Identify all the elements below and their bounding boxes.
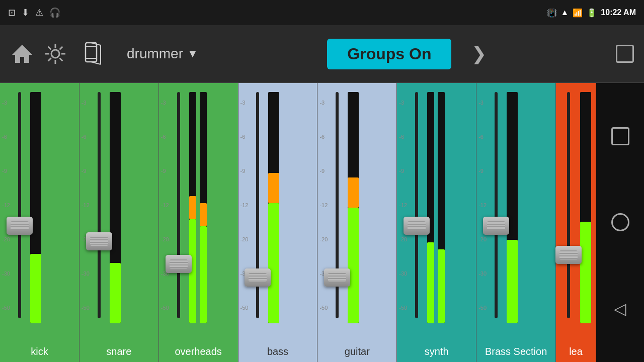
- fader-snare[interactable]: [92, 92, 107, 318]
- status-icons-left: ⊡ ⬇ ⚠ 🎧: [8, 7, 60, 18]
- settings-button[interactable]: [44, 43, 66, 65]
- channel-brass-label: Brass Section: [476, 341, 555, 362]
- session-name: drummer: [127, 46, 183, 62]
- channel-snare: -3-6-9-12-20-30-50 snare: [79, 83, 159, 362]
- channel-bass-label: bass: [238, 341, 317, 362]
- svg-point-1: [51, 50, 59, 58]
- svg-marker-0: [12, 45, 32, 63]
- scale-synth: -3-6-9-12-20-30-50: [399, 95, 407, 316]
- fader-overheads[interactable]: [171, 92, 186, 318]
- scale-kick: -3-6-9-12-20-30-50: [2, 95, 10, 316]
- device-icon: [82, 41, 107, 66]
- toolbar: drummer ▼ Groups On ❯: [0, 25, 644, 83]
- channel-guitar-inner: -3-6-9-12-20-30-50: [319, 87, 394, 337]
- svg-rect-2: [86, 43, 97, 62]
- android-square-button[interactable]: [616, 45, 634, 63]
- vu-snare: [110, 92, 121, 323]
- channel-brass-body: -3-6-9-12-20-30-50: [476, 83, 555, 341]
- vu-lead: [580, 92, 591, 323]
- fader-brass[interactable]: [489, 92, 504, 318]
- channel-lead-body: [556, 83, 596, 341]
- fader-synth[interactable]: [409, 92, 424, 318]
- warning-icon: ⚠: [35, 7, 43, 18]
- channel-guitar: -3-6-9-12-20-30-50 guitar: [317, 83, 397, 362]
- scale-snare: -3-6-9-12-20-30-50: [82, 95, 90, 316]
- channel-kick-label: kick: [0, 341, 79, 362]
- screenshot-icon: ⊡: [8, 7, 16, 18]
- vu-bass: [268, 92, 279, 323]
- vu-guitar: [348, 92, 359, 323]
- fader-lead[interactable]: [561, 92, 576, 318]
- channel-kick: -3-6-9-12-20-30-50 kick: [0, 83, 79, 362]
- channel-brass-inner: -3-6-9-12-20-30-50: [478, 87, 553, 337]
- fader-bass[interactable]: [250, 92, 265, 318]
- channel-brass: -3-6-9-12-20-30-50 Brass Section: [476, 83, 556, 362]
- home-button[interactable]: [10, 42, 34, 66]
- vu-brass: [507, 92, 518, 323]
- channel-lead-label: lea: [556, 341, 596, 362]
- channel-bass-body: -3-6-9-12-20-30-50: [238, 83, 317, 341]
- channel-bass: -3-6-9-12-20-30-50 bass: [238, 83, 318, 362]
- session-selector[interactable]: drummer ▼: [127, 46, 198, 62]
- android-nav: ◁: [596, 83, 644, 362]
- status-icons-right: 📳 ▲ 📶 🔋 10:22 AM: [547, 8, 636, 18]
- main-content: -3-6-9-12-20-30-50 kick: [0, 83, 644, 362]
- channel-overheads-body: -3-6-9-12-20-30-50: [159, 83, 238, 341]
- vu-synth: [426, 92, 446, 323]
- groups-on-button[interactable]: Groups On: [327, 39, 451, 69]
- channel-snare-label: snare: [79, 341, 158, 362]
- mixer: -3-6-9-12-20-30-50 kick: [0, 83, 596, 362]
- scale-overheads: -3-6-9-12-20-30-50: [161, 95, 169, 316]
- channel-synth-label: synth: [397, 341, 476, 362]
- channel-lead: lea: [556, 83, 596, 362]
- channel-kick-body: -3-6-9-12-20-30-50: [0, 83, 79, 341]
- channel-lead-inner: [558, 87, 594, 337]
- android-home-nav-button[interactable]: [611, 213, 629, 231]
- channel-kick-inner: -3-6-9-12-20-30-50: [2, 87, 77, 337]
- dropdown-arrow[interactable]: ▼: [187, 47, 198, 60]
- channel-synth-inner: -3-6-9-12-20-30-50: [399, 87, 474, 337]
- channel-snare-inner: -3-6-9-12-20-30-50: [82, 87, 156, 337]
- android-back-nav-button[interactable]: ◁: [614, 299, 626, 318]
- channel-synth-body: -3-6-9-12-20-30-50: [397, 83, 476, 341]
- status-bar: ⊡ ⬇ ⚠ 🎧 📳 ▲ 📶 🔋 10:22 AM: [0, 0, 644, 25]
- scale-brass: -3-6-9-12-20-30-50: [478, 95, 487, 316]
- status-time: 10:22 AM: [601, 8, 636, 17]
- channel-overheads-label: overheads: [159, 341, 238, 362]
- battery-icon: 🔋: [587, 8, 597, 18]
- channel-guitar-label: guitar: [317, 341, 396, 362]
- signal-icon: 📶: [573, 8, 583, 18]
- channel-synth: -3-6-9-12-20-30-50: [397, 83, 476, 362]
- android-square-nav-button[interactable]: [611, 127, 629, 145]
- channel-overheads-inner: -3-6-9-12-20-30-50: [161, 87, 236, 337]
- fader-kick[interactable]: [12, 92, 27, 318]
- vu-overheads: [188, 92, 208, 323]
- download-icon: ⬇: [22, 7, 29, 18]
- channel-bass-inner: -3-6-9-12-20-30-50: [240, 87, 315, 337]
- vu-kick: [30, 92, 41, 323]
- headset-icon: 🎧: [49, 7, 60, 18]
- fader-guitar[interactable]: [330, 92, 345, 318]
- next-button[interactable]: ❯: [471, 43, 487, 64]
- vibrate-icon: 📳: [547, 8, 557, 18]
- channel-snare-body: -3-6-9-12-20-30-50: [79, 83, 158, 341]
- wifi-icon: ▲: [561, 8, 569, 17]
- channel-guitar-body: -3-6-9-12-20-30-50: [317, 83, 396, 341]
- channel-overheads: -3-6-9-12-20-30-50: [159, 83, 238, 362]
